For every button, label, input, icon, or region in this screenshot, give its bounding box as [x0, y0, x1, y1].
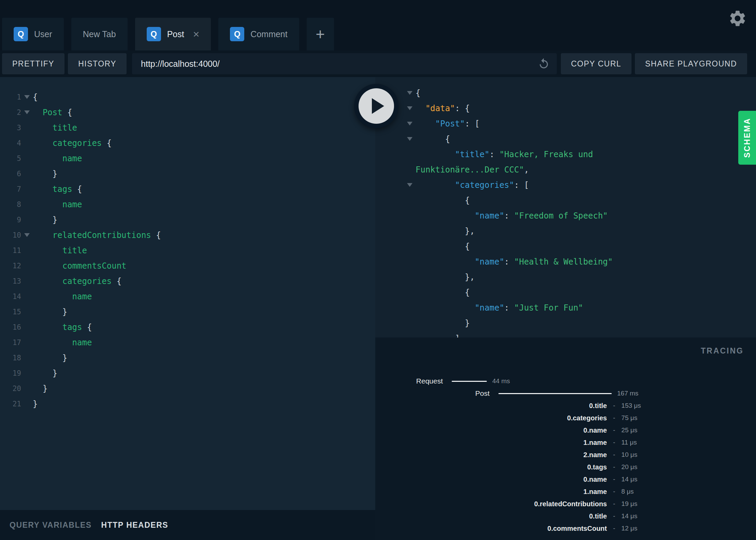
query-variables-tab[interactable]: QUERY VARIABLES [10, 521, 92, 530]
code-text: name [33, 154, 82, 163]
prettify-button[interactable]: PRETTIFY [2, 53, 64, 74]
trace-field-label: 0.tags [375, 463, 607, 471]
tab-user[interactable]: QUser [2, 18, 64, 50]
code-text: } [33, 384, 47, 393]
tab-post[interactable]: QPost× [135, 18, 211, 50]
line-number: 19 [0, 369, 21, 377]
code-text: ] [416, 334, 460, 338]
code-text: }, [416, 272, 475, 282]
reset-url-icon[interactable] [538, 58, 550, 70]
line-number: 1 [0, 93, 21, 101]
fold-triangle [24, 110, 30, 114]
code-text: relatedContributions { [33, 230, 161, 240]
code-text: tags { [33, 322, 92, 332]
fold-gutter [404, 275, 416, 279]
code-text: } [33, 169, 57, 179]
code-text: name [33, 200, 82, 209]
trace-field-row: 0.title-153 μs [375, 400, 756, 412]
query-editor-line: 6 } [0, 166, 375, 181]
code-text: { [33, 92, 38, 102]
fold-gutter [21, 264, 33, 268]
response-line: { [375, 285, 756, 300]
tab-label: User [34, 29, 52, 39]
fold-gutter [21, 387, 33, 390]
fold-arrow-icon[interactable] [404, 137, 416, 141]
trace-field-row: 0.relatedContributions-19 μs [375, 498, 756, 510]
fold-gutter [21, 341, 33, 344]
fold-triangle [407, 183, 412, 187]
settings-gear-icon[interactable] [728, 9, 747, 28]
trace-dash: - [613, 426, 615, 434]
fold-gutter [21, 172, 33, 176]
response-line: "categories": [ [375, 177, 756, 193]
trace-field-duration: 19 μs [621, 500, 637, 508]
new-tab-button[interactable]: + [307, 18, 334, 50]
fold-arrow-icon[interactable] [404, 91, 416, 95]
code-text: "categories": [ [416, 180, 529, 190]
code-text: name [33, 338, 92, 347]
response-line: "name": "Health & Wellbeing" [375, 254, 756, 269]
fold-arrow-icon[interactable] [21, 233, 33, 237]
fold-gutter [21, 202, 33, 206]
schema-tab-label: SCHEMA [743, 118, 752, 158]
query-editor-line: 17 name [0, 335, 375, 350]
tracing-title: TRACING [701, 346, 744, 356]
fold-gutter [404, 244, 416, 248]
code-text: } [33, 369, 57, 378]
response-line: "title": "Hacker, Freaks und [375, 147, 756, 162]
code-text: title [33, 123, 77, 133]
execute-button[interactable] [354, 84, 398, 128]
trace-dash: - [613, 463, 615, 471]
fold-gutter [404, 198, 416, 202]
trace-field-label: 0.relatedContributions [375, 500, 607, 508]
fold-arrow-icon[interactable] [21, 110, 33, 114]
fold-gutter [21, 310, 33, 314]
fold-arrow-icon[interactable] [404, 106, 416, 110]
url-input[interactable] [141, 59, 536, 69]
query-editor[interactable]: 1{2 Post {3 title4 categories {5 name6 }… [0, 77, 375, 510]
http-headers-tab[interactable]: HTTP HEADERS [101, 521, 169, 530]
line-number: 3 [0, 124, 21, 132]
query-editor-line: 16 tags { [0, 319, 375, 335]
close-tab-icon[interactable]: × [193, 29, 200, 40]
schema-tab[interactable]: SCHEMA [738, 111, 756, 165]
line-number: 12 [0, 262, 21, 270]
trace-dash: - [613, 500, 615, 508]
trace-span-duration: 44 ms [492, 377, 510, 385]
editor-footer: QUERY VARIABLES HTTP HEADERS [0, 510, 375, 540]
fold-arrow-icon[interactable] [404, 183, 416, 187]
tab-strip: QUserNew TabQPost×QComment+ [0, 0, 756, 50]
code-text: commentsCount [33, 261, 127, 271]
graphql-playground: QUserNew TabQPost×QComment+ PRETTIFY HIS… [0, 0, 756, 540]
trace-field-row: 0.tags-20 μs [375, 461, 756, 473]
trace-field-row: 0.commentsCount-12 μs [375, 522, 756, 535]
history-button[interactable]: HISTORY [68, 53, 127, 74]
trace-dash: - [613, 525, 615, 532]
line-number: 7 [0, 185, 21, 193]
fold-arrow-icon[interactable] [404, 122, 416, 125]
trace-span-row: Request44 ms [375, 375, 756, 387]
tab-new-tab[interactable]: New Tab [71, 18, 128, 50]
response-line: }, [375, 269, 756, 285]
query-editor-line: 7 tags { [0, 181, 375, 197]
trace-field-label: 2.name [375, 451, 607, 459]
tab-comment[interactable]: QComment [218, 18, 299, 50]
code-text: name [33, 292, 92, 301]
query-editor-line: 10 relatedContributions { [0, 227, 375, 243]
trace-field-row: 0.name-14 μs [375, 473, 756, 485]
query-editor-line: 1{ [0, 89, 375, 105]
code-text: { [416, 288, 470, 297]
code-text: title [33, 246, 87, 255]
response-line: } [375, 315, 756, 331]
trace-span-row: Post167 ms [375, 387, 756, 400]
line-number: 13 [0, 277, 21, 285]
fold-gutter [404, 168, 416, 171]
fold-gutter [404, 152, 416, 156]
line-number: 14 [0, 292, 21, 301]
trace-span-bar [452, 381, 487, 382]
fold-gutter [404, 306, 416, 310]
code-text: } [33, 307, 67, 317]
fold-arrow-icon[interactable] [21, 95, 33, 99]
share-playground-button[interactable]: SHARE PLAYGROUND [635, 53, 747, 74]
copy-curl-button[interactable]: COPY CURL [561, 53, 631, 74]
